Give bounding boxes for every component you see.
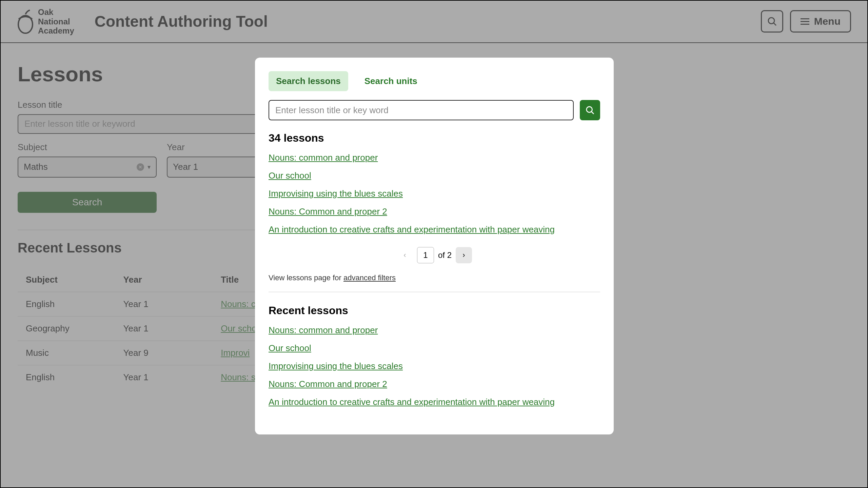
- recent-list: Nouns: common and proper Our school Impr…: [269, 325, 600, 407]
- page-next-button[interactable]: ›: [456, 247, 472, 263]
- result-link[interactable]: Nouns: common and proper: [269, 152, 600, 163]
- advanced-filters-link[interactable]: advanced filters: [343, 273, 396, 282]
- result-link[interactable]: Our school: [269, 170, 600, 181]
- recent-link[interactable]: Nouns: common and proper: [269, 325, 600, 336]
- modal-tabs: Search lessons Search units: [269, 71, 600, 91]
- modal-search-input[interactable]: [269, 100, 574, 120]
- svg-point-3: [587, 107, 592, 113]
- result-link[interactable]: An introduction to creative crafts and e…: [269, 224, 600, 235]
- chevron-right-icon: ›: [462, 251, 465, 260]
- tab-search-units[interactable]: Search units: [357, 71, 425, 91]
- chevron-left-icon: ‹: [403, 251, 406, 260]
- modal-divider: [269, 292, 600, 292]
- search-icon: [585, 105, 595, 115]
- recent-link[interactable]: Our school: [269, 343, 600, 353]
- view-more-text: View lessons page for advanced filters: [269, 273, 600, 282]
- pagination: ‹ 1 of 2 ›: [269, 247, 600, 263]
- recent-link[interactable]: An introduction to creative crafts and e…: [269, 397, 600, 407]
- result-link[interactable]: Improvising using the blues scales: [269, 188, 600, 199]
- page-of-label: of 2: [438, 250, 452, 260]
- page-prev-button[interactable]: ‹: [397, 247, 413, 263]
- page-current[interactable]: 1: [417, 247, 434, 263]
- svg-line-4: [592, 112, 594, 114]
- results-list: Nouns: common and proper Our school Impr…: [269, 152, 600, 235]
- app-frame: Oak National Academy Content Authoring T…: [0, 0, 868, 488]
- modal-search-button[interactable]: [580, 100, 600, 120]
- result-link[interactable]: Nouns: Common and proper 2: [269, 206, 600, 217]
- modal-recent-heading: Recent lessons: [269, 304, 600, 317]
- modal-search-row: [269, 100, 600, 120]
- recent-link[interactable]: Improvising using the blues scales: [269, 361, 600, 371]
- search-modal: Search lessons Search units 34 lessons N…: [255, 58, 614, 434]
- tab-search-lessons[interactable]: Search lessons: [269, 71, 348, 91]
- results-heading: 34 lessons: [269, 132, 600, 144]
- recent-link[interactable]: Nouns: Common and proper 2: [269, 379, 600, 389]
